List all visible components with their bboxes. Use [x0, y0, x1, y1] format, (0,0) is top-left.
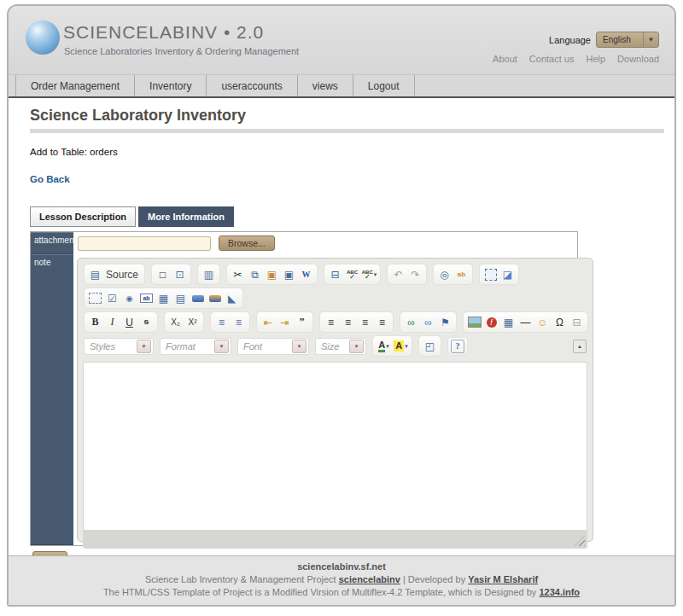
attachment-label: attachment — [31, 232, 73, 254]
language-select[interactable]: English ▼ — [596, 32, 659, 48]
footer-sciencelabinv-link[interactable]: sciencelabinv — [339, 574, 400, 584]
main-nav: Order Management Inventory useraccounts … — [9, 74, 674, 98]
attachment-row: attachment Browse... — [31, 232, 577, 254]
format-dropdown[interactable]: Format ▾ — [160, 338, 231, 355]
paste-from-word-icon[interactable]: W — [298, 266, 314, 282]
special-character-icon[interactable]: Ω — [552, 314, 568, 330]
footer-template-link[interactable]: 1234.info — [539, 587, 580, 597]
contact-link[interactable]: Contact us — [529, 54, 575, 64]
preview-icon[interactable]: ⊡ — [172, 266, 188, 282]
paste-icon[interactable]: ▣ — [264, 266, 280, 282]
redo-icon[interactable]: ↷ — [407, 266, 423, 282]
textarea-icon[interactable]: ▦ — [155, 290, 172, 306]
numbered-list-icon[interactable]: ≡ — [213, 314, 230, 330]
add-record-form: attachment Browse... note ▤ Sour — [30, 231, 578, 546]
footer-line-3: The HTML/CSS Template of Project is a Mo… — [9, 586, 674, 599]
scayt-icon[interactable]: ABC▾ — [361, 266, 377, 282]
increase-indent-icon[interactable]: ⇥ — [277, 314, 293, 330]
font-dropdown-label: Font — [238, 341, 292, 352]
size-dropdown[interactable]: Size ▾ — [315, 338, 366, 355]
resize-handle[interactable] — [575, 536, 585, 546]
underline-icon[interactable]: U — [121, 314, 137, 330]
text-color-icon[interactable]: A▾ — [376, 338, 392, 354]
link-icon[interactable]: ∞ — [403, 314, 419, 330]
undo-icon[interactable]: ↶ — [390, 266, 406, 282]
italic-icon[interactable]: I — [104, 314, 120, 330]
bulleted-list-icon[interactable]: ≡ — [231, 314, 247, 330]
paste-plain-text-icon[interactable]: ▣ — [281, 266, 297, 282]
title-rule — [30, 129, 664, 133]
language-label: Language — [549, 35, 591, 45]
browse-button[interactable]: Browse... — [219, 235, 275, 251]
unlink-icon[interactable]: ∞ — [420, 314, 436, 330]
editor-toolbar-row-4: Styles ▾ Format ▾ Font ▾ — [84, 335, 588, 357]
note-row: note ▤ Source □ ⊡ — [31, 254, 577, 545]
font-dropdown[interactable]: Font ▾ — [237, 338, 309, 355]
source-icon[interactable]: ▤ — [87, 266, 103, 282]
nav-item-inventory[interactable]: Inventory — [135, 75, 207, 96]
button-icon[interactable] — [190, 290, 206, 306]
about-link[interactable]: About — [493, 54, 517, 64]
flash-icon[interactable]: f — [483, 314, 499, 330]
background-color-icon[interactable]: A▾ — [393, 338, 409, 354]
copy-icon[interactable]: ⧉ — [247, 266, 263, 282]
tab-lesson-description[interactable]: Lesson Description — [30, 206, 136, 227]
align-left-icon[interactable]: ≡ — [323, 314, 339, 330]
table-icon[interactable]: ▦ — [500, 314, 517, 330]
add-to-table-text: Add to Table: orders — [30, 147, 674, 157]
decrease-indent-icon[interactable]: ⇤ — [260, 314, 276, 330]
find-icon[interactable]: ◎ — [436, 266, 452, 282]
subscript-icon[interactable]: X₂ — [167, 314, 184, 330]
help-link[interactable]: Help — [586, 54, 605, 64]
image-button-icon[interactable] — [207, 290, 223, 306]
page-break-icon[interactable]: ⊟ — [569, 314, 585, 330]
footer-developer-link[interactable]: Yasir M Elsharif — [468, 574, 538, 584]
about-icon[interactable]: ? — [451, 340, 464, 353]
source-button-label[interactable]: Source — [104, 269, 142, 281]
nav-item-views[interactable]: views — [298, 75, 353, 96]
align-center-icon[interactable]: ≡ — [340, 314, 356, 330]
select-all-icon[interactable] — [482, 266, 499, 282]
smiley-icon[interactable]: ☺ — [534, 314, 551, 330]
strikethrough-icon[interactable]: S — [138, 314, 155, 330]
remove-format-icon[interactable]: ◪ — [499, 266, 516, 282]
rich-text-editor: ▤ Source □ ⊡ ▥ ✂ — [77, 258, 593, 542]
superscript-icon[interactable]: X² — [184, 314, 201, 330]
nav-item-logout[interactable]: Logout — [353, 75, 415, 96]
editor-bottom-bar — [83, 531, 587, 549]
page-container: SCIENCELABINV • 2.0 Science Laboratories… — [7, 4, 676, 607]
hidden-field-icon[interactable]: ◣ — [224, 290, 240, 306]
replace-icon[interactable]: ab — [453, 266, 470, 282]
form-icon[interactable] — [87, 290, 103, 306]
maximize-icon[interactable]: ◰ — [422, 338, 438, 354]
nav-item-useraccounts[interactable]: useraccounts — [207, 75, 297, 96]
new-page-icon[interactable]: □ — [155, 266, 171, 282]
templates-icon[interactable]: ▥ — [201, 266, 217, 282]
anchor-icon[interactable]: ⚑ — [437, 314, 453, 330]
print-icon[interactable]: ⊟ — [327, 266, 343, 282]
nav-item-order-management[interactable]: Order Management — [15, 75, 135, 96]
checkbox-icon[interactable]: ☑ — [104, 290, 120, 306]
horizontal-rule-icon[interactable]: — — [517, 314, 534, 330]
tab-more-information[interactable]: More Information — [138, 206, 234, 227]
radio-button-icon[interactable]: ◉ — [121, 290, 137, 306]
text-field-icon[interactable]: ab — [138, 290, 155, 306]
logo-sphere-icon — [26, 20, 60, 55]
collapse-toolbar-icon[interactable]: ▲ — [573, 340, 587, 353]
bold-icon[interactable]: B — [87, 314, 103, 330]
page-title: Science Laboratory Inventory — [30, 107, 664, 125]
format-dropdown-label: Format — [161, 341, 214, 352]
go-back-link[interactable]: Go Back — [30, 174, 70, 184]
download-link[interactable]: Download — [617, 54, 659, 64]
spell-check-icon[interactable]: ABC — [344, 266, 360, 282]
attachment-field[interactable] — [78, 236, 211, 251]
image-icon[interactable] — [466, 314, 482, 330]
selection-field-icon[interactable]: ▤ — [172, 290, 189, 306]
styles-dropdown-label: Styles — [85, 341, 137, 352]
cut-icon[interactable]: ✂ — [230, 266, 246, 282]
blockquote-icon[interactable]: ” — [294, 314, 310, 330]
align-right-icon[interactable]: ≡ — [357, 314, 373, 330]
editor-content[interactable] — [83, 362, 587, 531]
align-justify-icon[interactable]: ≡ — [374, 314, 390, 330]
styles-dropdown[interactable]: Styles ▾ — [84, 338, 154, 355]
